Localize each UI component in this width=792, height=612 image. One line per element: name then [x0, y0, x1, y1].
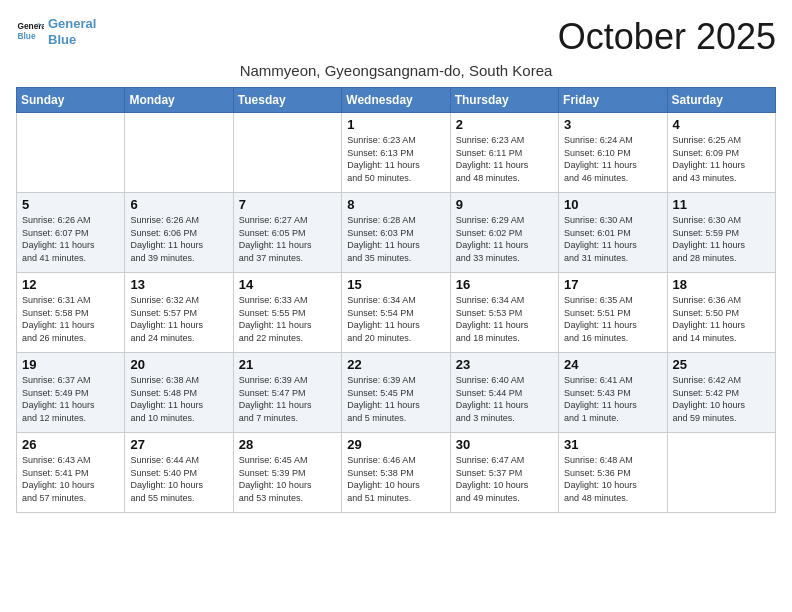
calendar-cell: 23Sunrise: 6:40 AM Sunset: 5:44 PM Dayli…	[450, 353, 558, 433]
calendar-cell: 20Sunrise: 6:38 AM Sunset: 5:48 PM Dayli…	[125, 353, 233, 433]
day-of-week-header: Saturday	[667, 88, 775, 113]
calendar-cell	[17, 113, 125, 193]
day-info: Sunrise: 6:47 AM Sunset: 5:37 PM Dayligh…	[456, 454, 553, 504]
day-number: 18	[673, 277, 770, 292]
calendar-cell	[125, 113, 233, 193]
svg-text:General: General	[17, 21, 44, 31]
calendar-week-row: 26Sunrise: 6:43 AM Sunset: 5:41 PM Dayli…	[17, 433, 776, 513]
day-info: Sunrise: 6:25 AM Sunset: 6:09 PM Dayligh…	[673, 134, 770, 184]
calendar-cell: 17Sunrise: 6:35 AM Sunset: 5:51 PM Dayli…	[559, 273, 667, 353]
day-number: 4	[673, 117, 770, 132]
day-number: 25	[673, 357, 770, 372]
calendar-week-row: 5Sunrise: 6:26 AM Sunset: 6:07 PM Daylig…	[17, 193, 776, 273]
day-of-week-header: Monday	[125, 88, 233, 113]
day-info: Sunrise: 6:30 AM Sunset: 5:59 PM Dayligh…	[673, 214, 770, 264]
day-info: Sunrise: 6:42 AM Sunset: 5:42 PM Dayligh…	[673, 374, 770, 424]
calendar-cell: 14Sunrise: 6:33 AM Sunset: 5:55 PM Dayli…	[233, 273, 341, 353]
calendar-week-row: 19Sunrise: 6:37 AM Sunset: 5:49 PM Dayli…	[17, 353, 776, 433]
day-info: Sunrise: 6:26 AM Sunset: 6:06 PM Dayligh…	[130, 214, 227, 264]
day-number: 7	[239, 197, 336, 212]
day-of-week-header: Friday	[559, 88, 667, 113]
calendar-cell: 26Sunrise: 6:43 AM Sunset: 5:41 PM Dayli…	[17, 433, 125, 513]
calendar-cell: 19Sunrise: 6:37 AM Sunset: 5:49 PM Dayli…	[17, 353, 125, 433]
day-info: Sunrise: 6:46 AM Sunset: 5:38 PM Dayligh…	[347, 454, 444, 504]
day-number: 29	[347, 437, 444, 452]
svg-text:Blue: Blue	[17, 31, 35, 41]
calendar-cell: 1Sunrise: 6:23 AM Sunset: 6:13 PM Daylig…	[342, 113, 450, 193]
calendar-week-row: 12Sunrise: 6:31 AM Sunset: 5:58 PM Dayli…	[17, 273, 776, 353]
day-number: 13	[130, 277, 227, 292]
day-info: Sunrise: 6:24 AM Sunset: 6:10 PM Dayligh…	[564, 134, 661, 184]
day-number: 28	[239, 437, 336, 452]
calendar-cell: 8Sunrise: 6:28 AM Sunset: 6:03 PM Daylig…	[342, 193, 450, 273]
day-info: Sunrise: 6:39 AM Sunset: 5:45 PM Dayligh…	[347, 374, 444, 424]
day-info: Sunrise: 6:38 AM Sunset: 5:48 PM Dayligh…	[130, 374, 227, 424]
day-number: 9	[456, 197, 553, 212]
day-number: 15	[347, 277, 444, 292]
calendar-cell: 25Sunrise: 6:42 AM Sunset: 5:42 PM Dayli…	[667, 353, 775, 433]
day-info: Sunrise: 6:48 AM Sunset: 5:36 PM Dayligh…	[564, 454, 661, 504]
calendar-cell: 28Sunrise: 6:45 AM Sunset: 5:39 PM Dayli…	[233, 433, 341, 513]
day-info: Sunrise: 6:30 AM Sunset: 6:01 PM Dayligh…	[564, 214, 661, 264]
header: General Blue GeneralBlue October 2025	[16, 16, 776, 58]
day-info: Sunrise: 6:35 AM Sunset: 5:51 PM Dayligh…	[564, 294, 661, 344]
day-number: 30	[456, 437, 553, 452]
day-info: Sunrise: 6:33 AM Sunset: 5:55 PM Dayligh…	[239, 294, 336, 344]
logo: General Blue GeneralBlue	[16, 16, 96, 47]
day-of-week-header: Wednesday	[342, 88, 450, 113]
day-number: 14	[239, 277, 336, 292]
day-number: 26	[22, 437, 119, 452]
calendar-subtitle: Nammyeon, Gyeongsangnam-do, South Korea	[16, 62, 776, 79]
day-info: Sunrise: 6:27 AM Sunset: 6:05 PM Dayligh…	[239, 214, 336, 264]
calendar-cell: 13Sunrise: 6:32 AM Sunset: 5:57 PM Dayli…	[125, 273, 233, 353]
calendar-cell: 5Sunrise: 6:26 AM Sunset: 6:07 PM Daylig…	[17, 193, 125, 273]
day-info: Sunrise: 6:43 AM Sunset: 5:41 PM Dayligh…	[22, 454, 119, 504]
day-info: Sunrise: 6:36 AM Sunset: 5:50 PM Dayligh…	[673, 294, 770, 344]
calendar-cell: 7Sunrise: 6:27 AM Sunset: 6:05 PM Daylig…	[233, 193, 341, 273]
day-info: Sunrise: 6:26 AM Sunset: 6:07 PM Dayligh…	[22, 214, 119, 264]
day-number: 27	[130, 437, 227, 452]
day-info: Sunrise: 6:41 AM Sunset: 5:43 PM Dayligh…	[564, 374, 661, 424]
calendar-cell	[667, 433, 775, 513]
calendar-cell: 29Sunrise: 6:46 AM Sunset: 5:38 PM Dayli…	[342, 433, 450, 513]
day-number: 24	[564, 357, 661, 372]
logo-text: GeneralBlue	[48, 16, 96, 47]
day-info: Sunrise: 6:23 AM Sunset: 6:13 PM Dayligh…	[347, 134, 444, 184]
day-info: Sunrise: 6:34 AM Sunset: 5:54 PM Dayligh…	[347, 294, 444, 344]
day-number: 3	[564, 117, 661, 132]
day-of-week-header: Sunday	[17, 88, 125, 113]
calendar-cell: 4Sunrise: 6:25 AM Sunset: 6:09 PM Daylig…	[667, 113, 775, 193]
calendar-cell: 22Sunrise: 6:39 AM Sunset: 5:45 PM Dayli…	[342, 353, 450, 433]
day-info: Sunrise: 6:23 AM Sunset: 6:11 PM Dayligh…	[456, 134, 553, 184]
calendar-cell: 16Sunrise: 6:34 AM Sunset: 5:53 PM Dayli…	[450, 273, 558, 353]
calendar-cell: 30Sunrise: 6:47 AM Sunset: 5:37 PM Dayli…	[450, 433, 558, 513]
calendar-cell: 27Sunrise: 6:44 AM Sunset: 5:40 PM Dayli…	[125, 433, 233, 513]
day-number: 1	[347, 117, 444, 132]
calendar-cell: 21Sunrise: 6:39 AM Sunset: 5:47 PM Dayli…	[233, 353, 341, 433]
day-info: Sunrise: 6:40 AM Sunset: 5:44 PM Dayligh…	[456, 374, 553, 424]
day-number: 22	[347, 357, 444, 372]
calendar-cell: 12Sunrise: 6:31 AM Sunset: 5:58 PM Dayli…	[17, 273, 125, 353]
day-number: 21	[239, 357, 336, 372]
calendar-cell: 15Sunrise: 6:34 AM Sunset: 5:54 PM Dayli…	[342, 273, 450, 353]
calendar-cell: 6Sunrise: 6:26 AM Sunset: 6:06 PM Daylig…	[125, 193, 233, 273]
calendar-header-row: SundayMondayTuesdayWednesdayThursdayFrid…	[17, 88, 776, 113]
day-info: Sunrise: 6:32 AM Sunset: 5:57 PM Dayligh…	[130, 294, 227, 344]
day-number: 20	[130, 357, 227, 372]
day-number: 8	[347, 197, 444, 212]
day-info: Sunrise: 6:29 AM Sunset: 6:02 PM Dayligh…	[456, 214, 553, 264]
calendar-cell: 2Sunrise: 6:23 AM Sunset: 6:11 PM Daylig…	[450, 113, 558, 193]
calendar-cell: 9Sunrise: 6:29 AM Sunset: 6:02 PM Daylig…	[450, 193, 558, 273]
day-number: 5	[22, 197, 119, 212]
day-info: Sunrise: 6:44 AM Sunset: 5:40 PM Dayligh…	[130, 454, 227, 504]
calendar-cell: 10Sunrise: 6:30 AM Sunset: 6:01 PM Dayli…	[559, 193, 667, 273]
day-of-week-header: Tuesday	[233, 88, 341, 113]
day-info: Sunrise: 6:31 AM Sunset: 5:58 PM Dayligh…	[22, 294, 119, 344]
day-number: 16	[456, 277, 553, 292]
calendar-cell: 3Sunrise: 6:24 AM Sunset: 6:10 PM Daylig…	[559, 113, 667, 193]
day-number: 17	[564, 277, 661, 292]
day-number: 23	[456, 357, 553, 372]
calendar-cell: 18Sunrise: 6:36 AM Sunset: 5:50 PM Dayli…	[667, 273, 775, 353]
day-info: Sunrise: 6:34 AM Sunset: 5:53 PM Dayligh…	[456, 294, 553, 344]
calendar-cell	[233, 113, 341, 193]
